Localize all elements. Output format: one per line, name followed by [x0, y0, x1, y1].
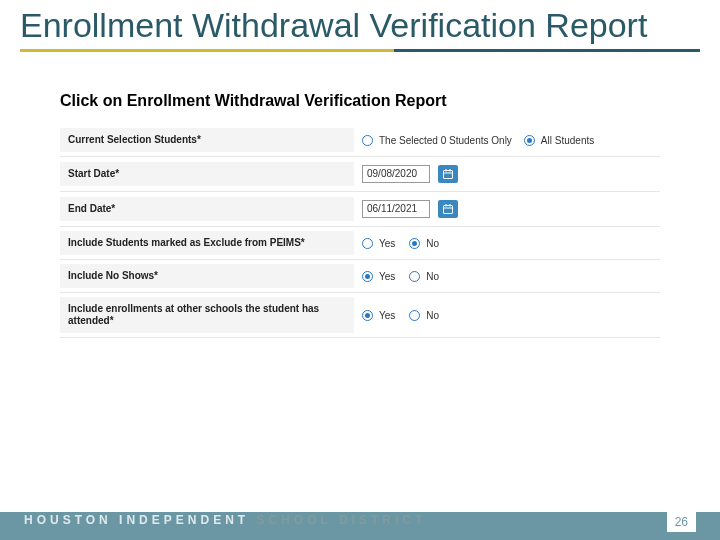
radio-selected-only[interactable]: The Selected 0 Students Only: [362, 135, 512, 146]
value-start-date: 09/08/2020: [354, 161, 660, 187]
radio-noshow-no[interactable]: No: [409, 271, 439, 282]
radio-label-yes: Yes: [379, 271, 395, 282]
radio-icon: [362, 135, 373, 146]
radio-icon: [409, 238, 420, 249]
footer-org-right: SCHOOL DISTRICT: [256, 513, 426, 527]
row-end-date: End Date* 06/11/2021: [60, 192, 660, 227]
row-current-selection: Current Selection Students* The Selected…: [60, 124, 660, 157]
footer-bar: HOUSTON INDEPENDENT SCHOOL DISTRICT 26: [0, 500, 720, 540]
row-start-date: Start Date* 09/08/2020: [60, 157, 660, 192]
radio-icon: [362, 310, 373, 321]
radio-icon: [409, 310, 420, 321]
radio-label-no: No: [426, 271, 439, 282]
radio-label-yes: Yes: [379, 238, 395, 249]
value-other-schools: Yes No: [354, 306, 660, 325]
start-date-input[interactable]: 09/08/2020: [362, 165, 430, 183]
radio-icon: [362, 238, 373, 249]
page-number: 26: [667, 512, 696, 532]
radio-label-no: No: [426, 238, 439, 249]
radio-other-no[interactable]: No: [409, 310, 439, 321]
radio-exclude-yes[interactable]: Yes: [362, 238, 395, 249]
slide-title: Enrollment Withdrawal Verification Repor…: [0, 0, 720, 45]
radio-exclude-no[interactable]: No: [409, 238, 439, 249]
svg-rect-4: [444, 206, 453, 214]
calendar-button-end[interactable]: [438, 200, 458, 218]
label-no-shows: Include No Shows*: [60, 264, 354, 288]
label-end-date: End Date*: [60, 197, 354, 221]
value-end-date: 06/11/2021: [354, 196, 660, 222]
radio-icon: [362, 271, 373, 282]
end-date-input[interactable]: 06/11/2021: [362, 200, 430, 218]
radio-label-selected-only: The Selected 0 Students Only: [379, 135, 512, 146]
radio-other-yes[interactable]: Yes: [362, 310, 395, 321]
radio-noshow-yes[interactable]: Yes: [362, 271, 395, 282]
label-current-selection: Current Selection Students*: [60, 128, 354, 152]
label-other-schools: Include enrollments at other schools the…: [60, 297, 354, 333]
label-exclude-peims: Include Students marked as Exclude from …: [60, 231, 354, 255]
content-area: Click on Enrollment Withdrawal Verificat…: [0, 52, 720, 338]
radio-icon: [524, 135, 535, 146]
label-start-date: Start Date*: [60, 162, 354, 186]
row-exclude-peims: Include Students marked as Exclude from …: [60, 227, 660, 260]
svg-rect-0: [444, 171, 453, 179]
radio-label-yes: Yes: [379, 310, 395, 321]
calendar-icon: [442, 203, 454, 215]
value-exclude-peims: Yes No: [354, 234, 660, 253]
row-no-shows: Include No Shows* Yes No: [60, 260, 660, 293]
calendar-icon: [442, 168, 454, 180]
footer-org: HOUSTON INDEPENDENT SCHOOL DISTRICT: [24, 513, 426, 527]
value-current-selection: The Selected 0 Students Only All Student…: [354, 131, 660, 150]
radio-label-all-students: All Students: [541, 135, 594, 146]
footer-org-left: HOUSTON INDEPENDENT: [24, 513, 249, 527]
row-other-schools: Include enrollments at other schools the…: [60, 293, 660, 338]
calendar-button-start[interactable]: [438, 165, 458, 183]
radio-label-no: No: [426, 310, 439, 321]
instruction-heading: Click on Enrollment Withdrawal Verificat…: [60, 92, 660, 110]
radio-icon: [409, 271, 420, 282]
value-no-shows: Yes No: [354, 267, 660, 286]
radio-all-students[interactable]: All Students: [524, 135, 594, 146]
